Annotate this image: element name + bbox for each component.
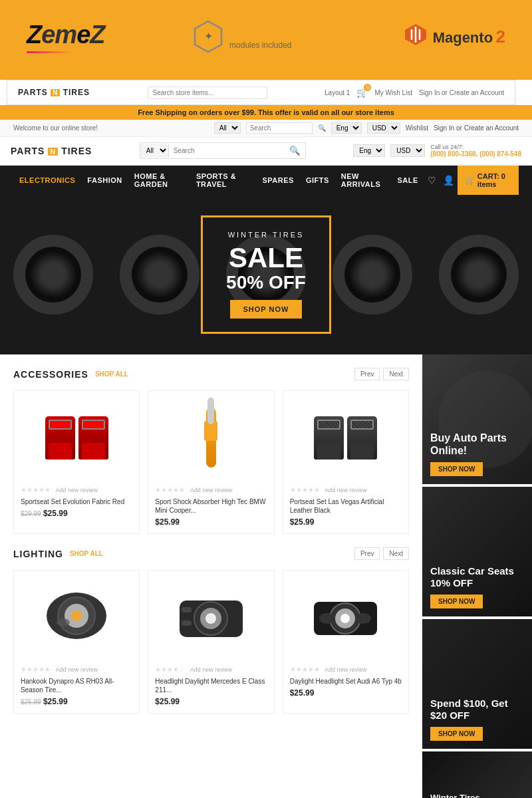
hexagon-icon: ✦ bbox=[194, 20, 223, 53]
nav-fashion[interactable]: FASHION bbox=[81, 170, 128, 191]
svg-point-16 bbox=[340, 614, 350, 623]
phone-block: Call us 24/7: (800) 800-3368, (000) 874-… bbox=[430, 144, 521, 158]
banner-2-btn[interactable]: SHOP NOW bbox=[430, 595, 483, 608]
product-stars-6: ★★★★★ Add new review bbox=[290, 662, 402, 674]
magento-text: Magento 2 bbox=[433, 27, 505, 47]
banner-1-title: Buy Auto Parts Online! bbox=[430, 432, 524, 457]
nav-new-arrivals[interactable]: NEW ARRIVALS bbox=[335, 166, 392, 195]
nav-electronics[interactable]: ELECTRONICS bbox=[13, 170, 81, 191]
search-btn-welcome[interactable]: 🔍 bbox=[318, 124, 326, 132]
sidebar-banner-4: Winter Tires bbox=[422, 751, 532, 798]
nav-home-garden[interactable]: HOME & GARDEN bbox=[128, 166, 190, 195]
tire-1 bbox=[13, 235, 93, 315]
product-price-2: $25.99 bbox=[155, 517, 267, 527]
sign-in-welcome[interactable]: Sign In or Create an Account bbox=[434, 124, 519, 132]
lighting-title: LIGHTING bbox=[13, 549, 63, 559]
shock-visual bbox=[206, 408, 216, 467]
product-stars-2: ★★★★★ Add new review bbox=[155, 483, 267, 495]
call-us-label: Call us 24/7: bbox=[430, 144, 521, 150]
lighting-next-btn[interactable]: Next bbox=[383, 547, 409, 560]
search-category[interactable]: All bbox=[140, 144, 169, 158]
banner-3-content: Spend $100, Get $20 OFF SHOP NOW bbox=[430, 698, 524, 741]
accessories-section-header: ACCESSORIES SHOP ALL Prev Next bbox=[13, 368, 409, 380]
product-image-seat-black bbox=[290, 398, 402, 477]
promo-bar: Free Shipping on orders over $99. This o… bbox=[0, 105, 532, 120]
lang-main[interactable]: Eng bbox=[353, 144, 385, 157]
store-logo-back: PARTS N TIRES bbox=[18, 88, 90, 97]
cart-badge-back: 0 bbox=[364, 84, 371, 91]
must-have-badge: ✦ MUST HAVE modules included bbox=[194, 20, 315, 53]
product-name-1: Sportseat Set Evolution Fabric Red bbox=[21, 497, 132, 506]
search-welcome[interactable] bbox=[246, 122, 313, 134]
product-name-2: Sport Shock Absorber High Tec BMW Mini C… bbox=[155, 497, 267, 515]
nav-gifts[interactable]: GIFTS bbox=[300, 170, 335, 191]
store-header-back: PARTS N TIRES Layout 1 🛒 0 My Wish List … bbox=[7, 80, 515, 105]
main-search-bar[interactable]: All 🔍 bbox=[140, 142, 306, 159]
wishlist-back[interactable]: My Wish List bbox=[374, 89, 412, 96]
headlight-svg-2 bbox=[176, 587, 246, 647]
lang-select[interactable]: Eng bbox=[331, 122, 362, 134]
hero-subtitle: WINTER TIRES bbox=[226, 231, 306, 239]
banner-2-content: Classic Car Seats 10% OFF SHOP NOW bbox=[430, 565, 524, 608]
wishlist-link[interactable]: Wishlist bbox=[406, 124, 428, 132]
lighting-section-header: LIGHTING SHOP ALL Prev Next bbox=[13, 547, 409, 560]
create-account-welcome[interactable]: Create an Account bbox=[464, 124, 519, 132]
seat-right bbox=[78, 416, 108, 460]
svg-point-17 bbox=[319, 613, 335, 624]
banner-1-content: Buy Auto Parts Online! SHOP NOW bbox=[430, 432, 524, 476]
zemes-logo-text: ZemeZ bbox=[27, 21, 105, 49]
search-input-back[interactable] bbox=[148, 86, 267, 99]
currency-select[interactable]: USD bbox=[367, 122, 400, 134]
lighting-products-grid: ★★★★★ Add new review Hankook Dynapro AS … bbox=[13, 570, 409, 714]
product-price-5: $25.99 bbox=[155, 697, 267, 706]
svg-point-6 bbox=[57, 618, 70, 626]
lighting-prev-next: Prev Next bbox=[354, 547, 409, 560]
cart-nav-label: CART: 0 items bbox=[477, 172, 511, 188]
tire-2 bbox=[120, 235, 200, 315]
headlight-visual-1 bbox=[43, 586, 110, 648]
svg-point-5 bbox=[71, 610, 82, 621]
banner-1-btn[interactable]: SHOP NOW bbox=[430, 462, 483, 476]
nav-sale[interactable]: SALE bbox=[391, 170, 424, 191]
nav-heart-icon[interactable]: ♡ bbox=[424, 175, 440, 186]
lighting-prev-btn[interactable]: Prev bbox=[354, 547, 380, 560]
accessories-prev-btn[interactable]: Prev bbox=[354, 368, 380, 380]
sidebar-banners: Buy Auto Parts Online! SHOP NOW Classic … bbox=[422, 354, 532, 798]
magento-logo: Magento 2 bbox=[404, 23, 505, 51]
product-image-headlight-2 bbox=[155, 577, 267, 657]
sign-in-back[interactable]: Sign In or Create an Account bbox=[419, 89, 504, 96]
product-name-6: Daylight Headlight Set Audi A6 Typ 4b bbox=[290, 677, 402, 686]
cart-icon-back[interactable]: 🛒 0 bbox=[356, 87, 368, 98]
layout-selector[interactable]: Layout 1 bbox=[325, 89, 350, 96]
product-image-shock bbox=[155, 398, 267, 477]
banner-3-btn[interactable]: SHOP NOW bbox=[430, 727, 483, 741]
nav-user-icon[interactable]: 👤 bbox=[440, 175, 458, 186]
svg-text:✦: ✦ bbox=[204, 31, 213, 42]
hero-banner: WINTER TIRES SALE 50% OFF SHOP NOW bbox=[0, 195, 532, 354]
all-select[interactable]: All bbox=[214, 122, 241, 134]
nav-spares[interactable]: SPARES bbox=[257, 170, 300, 191]
product-card-seat-black: ★★★★★ Add new review Portseat Set Las Ve… bbox=[283, 390, 409, 534]
main-search-input[interactable] bbox=[169, 144, 285, 157]
header-main-right: Eng USD Call us 24/7: (800) 800-3368, (0… bbox=[353, 144, 521, 158]
product-card-headlight-1: ★★★★★ Add new review Hankook Dynapro AS … bbox=[13, 570, 140, 714]
welcome-text: Welcome to our online store! bbox=[13, 124, 98, 132]
currency-main[interactable]: USD bbox=[390, 144, 425, 157]
lighting-shop-all[interactable]: SHOP ALL bbox=[70, 550, 103, 557]
accessories-products-grid: ★★★★★ Add new review Sportseat Set Evolu… bbox=[13, 390, 409, 534]
seat-black-left bbox=[314, 416, 344, 460]
hero-discount: 50% OFF bbox=[226, 272, 306, 293]
product-price-6: $25.99 bbox=[290, 688, 402, 698]
accessories-prev-next: Prev Next bbox=[354, 368, 409, 380]
zemes-underline bbox=[27, 51, 73, 53]
product-name-5: Headlight Daylight Mercedes E Class 211.… bbox=[155, 677, 267, 694]
cart-nav-button[interactable]: 🛒 CART: 0 items bbox=[458, 166, 519, 195]
accessories-next-btn[interactable]: Next bbox=[383, 368, 409, 380]
nav-sports[interactable]: SPORTS & TRAVEL bbox=[190, 166, 257, 195]
main-search-btn[interactable]: 🔍 bbox=[285, 143, 305, 158]
hero-shop-now-btn[interactable]: SHOP NOW bbox=[230, 300, 303, 319]
accessories-shop-all[interactable]: SHOP ALL bbox=[95, 370, 128, 378]
headlight-svg-3 bbox=[311, 587, 380, 647]
sidebar-banner-1: Buy Auto Parts Online! SHOP NOW bbox=[422, 354, 532, 484]
search-back[interactable] bbox=[148, 86, 267, 99]
